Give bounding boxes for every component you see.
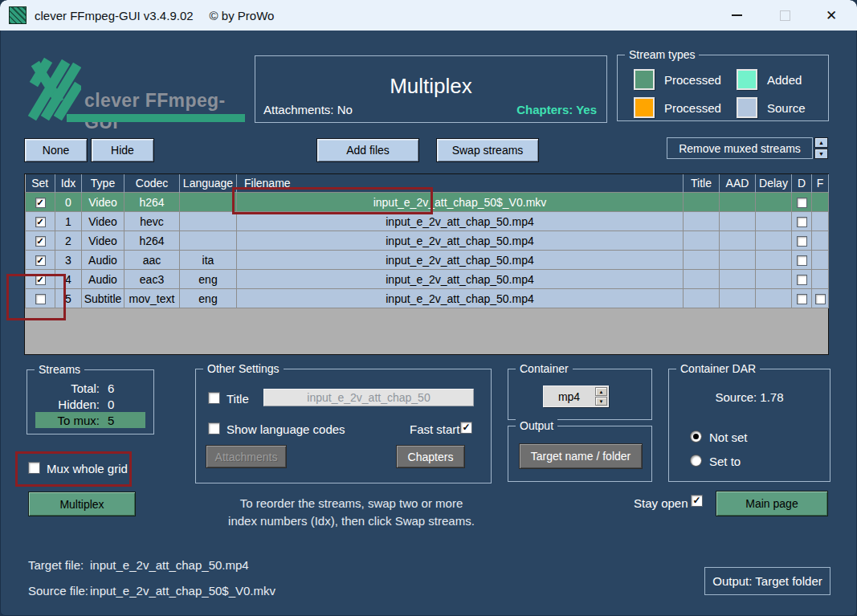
none-button[interactable]: None [24, 138, 88, 162]
stay-open-checkbox[interactable] [691, 495, 703, 507]
f-checkbox[interactable] [815, 294, 826, 304]
d-checkbox[interactable] [797, 217, 807, 227]
spinner-down-button[interactable]: ▼ [595, 397, 607, 406]
set-checkbox[interactable] [35, 198, 46, 208]
set-cell[interactable] [26, 289, 55, 308]
swap-streams-button[interactable]: Swap streams [436, 138, 539, 162]
set-checkbox[interactable] [35, 217, 46, 227]
d-cell[interactable] [792, 212, 812, 231]
d-checkbox[interactable] [797, 198, 807, 208]
close-button[interactable]: ✕ [819, 3, 843, 27]
d-cell[interactable] [792, 289, 812, 308]
d-checkbox[interactable] [797, 255, 807, 266]
table-row[interactable]: 0 Video h264 input_e_2v_att_chap_50$_V0.… [26, 193, 829, 212]
set-checkbox[interactable] [35, 275, 46, 285]
type-cell: Audio [82, 251, 124, 270]
add-files-button[interactable]: Add files [316, 138, 419, 162]
mux-whole-grid-checkbox[interactable] [28, 462, 40, 474]
streams-panel-title: Streams [35, 363, 84, 377]
attachments-button[interactable]: Attachments [206, 445, 287, 468]
filename-cell: input_e_2v_att_chap_50.mp4 [237, 289, 684, 308]
legend-item-added: Added [737, 69, 806, 90]
not-set-radio[interactable] [690, 430, 702, 443]
title-cell [684, 270, 720, 289]
table-header-row: Set Idx Type Codec Language Filename Tit… [26, 174, 829, 193]
set-checkbox[interactable] [35, 236, 46, 247]
spinner-down-button[interactable]: ▼ [814, 149, 828, 159]
legend-label: Source [767, 101, 806, 115]
title-field[interactable]: input_e_2v_att_chap_50 [263, 389, 474, 406]
other-settings-title: Other Settings [203, 362, 284, 376]
target-file-value: input_e_2v_att_chap_50.mp4 [90, 558, 249, 572]
d-checkbox[interactable] [797, 294, 807, 304]
table-row[interactable]: 2 Video h264 input_e_2v_att_chap_50.mp4 [26, 231, 829, 251]
title-checkbox[interactable] [208, 392, 220, 404]
spinner-up-button[interactable]: ▲ [595, 387, 607, 396]
d-cell[interactable] [792, 193, 812, 212]
multiplex-button[interactable]: Multiplex [28, 492, 136, 516]
d-cell[interactable] [792, 251, 812, 270]
container-panel: Container mp4 ▲ ▼ [508, 369, 652, 420]
table-row[interactable]: 4 Audio eac3 eng input_e_2v_att_chap_50.… [26, 270, 829, 289]
language-cell [180, 193, 237, 212]
container-format-value[interactable]: mp4 [544, 386, 594, 406]
maximize-button[interactable] [773, 3, 797, 27]
filename-cell: input_e_2v_att_chap_50.mp4 [237, 212, 684, 231]
column-header-d: D [792, 174, 812, 193]
minimize-button[interactable] [724, 3, 749, 27]
set-cell[interactable] [26, 193, 55, 212]
type-cell: Video [82, 212, 124, 231]
aad-cell [720, 270, 756, 289]
processed-orange-swatch [634, 97, 655, 118]
codec-cell: h264 [124, 193, 180, 212]
title-cell [684, 289, 720, 308]
set-cell[interactable] [26, 231, 55, 251]
table-row[interactable]: 3 Audio aac ita input_e_2v_att_chap_50.m… [26, 251, 829, 270]
idx-cell: 5 [55, 289, 82, 308]
set-cell[interactable] [26, 270, 55, 289]
hide-button[interactable]: Hide [91, 138, 154, 162]
set-checkbox[interactable] [35, 255, 46, 266]
f-cell [812, 193, 829, 212]
f-cell[interactable] [812, 289, 829, 308]
output-panel: Output Target name / folder [508, 426, 652, 482]
f-cell [812, 251, 829, 270]
d-checkbox[interactable] [797, 236, 807, 247]
table-row[interactable]: 5 Subtitle mov_text eng input_e_2v_att_c… [26, 289, 829, 308]
remove-muxed-streams-control: Remove muxed streams ▲ ▼ [667, 137, 828, 159]
total-label: Total: [27, 381, 100, 395]
aad-cell [720, 231, 756, 251]
output-target-folder-button[interactable]: Output: Target folder [704, 567, 830, 595]
title-cell [684, 212, 720, 231]
app-window: clever FFmpeg-GUI v3.4.9.02 © by ProWo ✕… [0, 0, 857, 616]
main-page-button[interactable]: Main page [716, 491, 828, 516]
table-row[interactable]: 1 Video hevc input_e_2v_att_chap_50.mp4 [26, 212, 829, 231]
set-checkbox[interactable] [35, 294, 46, 304]
d-checkbox[interactable] [797, 275, 807, 285]
set-to-radio[interactable] [690, 455, 702, 467]
streams-hidden-line: Hidden: 0 [27, 396, 153, 412]
chapters-button[interactable]: Chapters [396, 445, 465, 468]
show-language-codes-label: Show language codes [226, 422, 345, 436]
show-language-codes-checkbox[interactable] [208, 422, 220, 434]
remove-muxed-streams-label[interactable]: Remove muxed streams [667, 137, 813, 159]
filename-cell: input_e_2v_att_chap_50.mp4 [237, 270, 684, 289]
reorder-hint-line1: To reorder the streams, swap two or more [193, 495, 510, 512]
d-cell[interactable] [792, 231, 812, 251]
column-header-idx: Idx [55, 174, 82, 193]
d-cell[interactable] [792, 270, 812, 289]
aad-cell [720, 212, 756, 231]
legend-item-source: Source [737, 97, 806, 118]
legend-label: Processed [664, 73, 721, 87]
legend-grid: Processed Added Processed Source [634, 69, 806, 118]
fast-start-checkbox[interactable] [460, 422, 472, 434]
set-cell[interactable] [26, 212, 55, 231]
filename-cell: input_e_2v_att_chap_50$_V0.mkv [237, 193, 684, 212]
spinner-up-button[interactable]: ▲ [814, 137, 828, 148]
app-icon [9, 6, 27, 24]
type-cell: Audio [82, 270, 124, 289]
target-name-folder-button[interactable]: Target name / folder [519, 443, 643, 469]
close-icon: ✕ [826, 9, 837, 22]
chapters-value: Yes [576, 103, 597, 116]
set-cell[interactable] [26, 251, 55, 270]
